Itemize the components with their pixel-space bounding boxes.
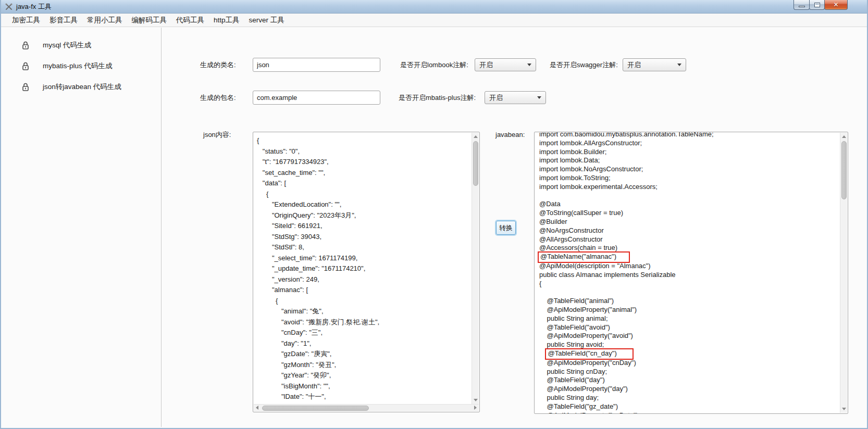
lock-icon xyxy=(22,41,29,49)
title-bar: java-fx 工具 ✕ xyxy=(1,0,867,14)
json-input-area[interactable]: { "status": "0", "t": "1677917334923", "… xyxy=(253,132,480,412)
mybatis-select[interactable]: 开启 xyxy=(485,91,546,104)
menu-item-encrypt[interactable]: 加密工具 xyxy=(7,14,45,27)
chevron-down-icon xyxy=(677,64,681,66)
scrollbar-thumb[interactable] xyxy=(262,406,369,411)
sidebar-item-json2javabean-codegen[interactable]: json转javabean 代码生成 xyxy=(2,80,161,94)
app-tools-icon xyxy=(5,3,13,11)
json-vertical-scrollbar[interactable] xyxy=(472,133,479,404)
chevron-down-icon xyxy=(527,64,531,66)
window-controls: ✕ xyxy=(794,0,848,10)
javabean-vertical-scrollbar[interactable] xyxy=(840,133,847,413)
lombok-select[interactable]: 开启 xyxy=(475,58,536,71)
scroll-left-icon[interactable] xyxy=(256,406,258,410)
json-horizontal-scrollbar[interactable] xyxy=(254,404,479,411)
javabean-code-segment: @ApiModelProperty("cnDay") public String… xyxy=(539,359,638,414)
class-name-label: 生成的类名: xyxy=(200,58,236,72)
sidebar-item-mybatis-plus-codegen[interactable]: mybatis-plus 代码生成 xyxy=(2,59,161,73)
menu-item-server-tools[interactable]: server 工具 xyxy=(244,14,289,27)
highlighted-annotation: @TableName("almanac") xyxy=(540,253,616,260)
sidebar: mysql 代码生成 mybatis-plus 代码生成 json转java xyxy=(2,28,162,427)
swagger-selected-value: 开启 xyxy=(627,60,677,70)
swagger-toggle-label: 是否开启swagger注解: xyxy=(550,58,618,72)
sidebar-item-label: mysql 代码生成 xyxy=(43,41,91,50)
close-button[interactable]: ✕ xyxy=(824,0,848,10)
menu-item-http-tools[interactable]: http工具 xyxy=(209,14,244,27)
scroll-up-icon[interactable] xyxy=(474,135,478,138)
package-name-input[interactable] xyxy=(253,91,380,105)
javabean-label: javabean: xyxy=(495,128,525,142)
menu-item-code-tools[interactable]: 代码工具 xyxy=(171,14,209,27)
mybatis-selected-value: 开启 xyxy=(489,93,537,103)
json-content-label: json内容: xyxy=(203,128,231,142)
sidebar-item-label: mybatis-plus 代码生成 xyxy=(43,61,113,71)
lombok-toggle-label: 是否开启lombook注解: xyxy=(400,58,468,72)
swagger-select[interactable]: 开启 xyxy=(623,58,686,71)
close-icon: ✕ xyxy=(833,1,838,9)
javabean-code-segment: @ApiModel(description = "Almanac") publi… xyxy=(539,262,676,357)
main-pane: 生成的类名: 是否开启lombook注解: 开启 是否开启swagger注解: … xyxy=(162,28,866,427)
menu-item-codec[interactable]: 编解码工具 xyxy=(127,14,172,27)
scrollbar-thumb[interactable] xyxy=(841,141,847,199)
content-area: mysql 代码生成 mybatis-plus 代码生成 json转java xyxy=(2,28,866,427)
menu-item-media[interactable]: 影音工具 xyxy=(45,14,82,27)
scrollbar-thumb[interactable] xyxy=(473,141,478,186)
minimize-icon xyxy=(799,6,805,7)
window-title: java-fx 工具 xyxy=(16,2,52,11)
highlight-box-cnday: @TableField("cn_day") xyxy=(545,348,633,360)
package-name-label: 生成的包名: xyxy=(200,91,236,105)
maximize-icon xyxy=(814,3,820,7)
convert-button[interactable]: 转换 xyxy=(496,221,516,235)
json-content-text[interactable]: { "status": "0", "t": "1677917334923", "… xyxy=(253,132,479,412)
sidebar-item-label: json转javabean 代码生成 xyxy=(43,82,121,92)
maximize-button[interactable] xyxy=(809,0,825,10)
scroll-down-icon[interactable] xyxy=(474,399,478,401)
scroll-up-icon[interactable] xyxy=(842,135,846,138)
scroll-right-icon[interactable] xyxy=(474,406,477,410)
lombok-selected-value: 开启 xyxy=(479,60,527,70)
javabean-code-text[interactable]: import com.baomidou.mybatisplus.annotati… xyxy=(535,132,848,414)
class-name-input[interactable] xyxy=(253,58,380,72)
lock-icon xyxy=(22,62,29,70)
highlight-box-tablename: @TableName("almanac") xyxy=(538,251,630,263)
javabean-output-area[interactable]: import com.baomidou.mybatisplus.annotati… xyxy=(534,132,848,414)
minimize-button[interactable] xyxy=(793,0,810,10)
javabean-code-segment: import com.baomidou.mybatisplus.annotati… xyxy=(539,132,714,251)
lock-icon xyxy=(22,83,29,91)
sidebar-item-mysql-codegen[interactable]: mysql 代码生成 xyxy=(2,38,161,53)
menu-bar: 加密工具 影音工具 常用小工具 编解码工具 代码工具 http工具 server… xyxy=(1,14,867,27)
highlighted-annotation: @TableField("cn_day") xyxy=(548,349,616,357)
menu-item-common-tools[interactable]: 常用小工具 xyxy=(82,14,127,27)
scroll-down-icon[interactable] xyxy=(842,408,846,410)
chevron-down-icon xyxy=(537,96,541,99)
mybatis-toggle-label: 是否开启mbatis-plus注解: xyxy=(399,91,476,105)
